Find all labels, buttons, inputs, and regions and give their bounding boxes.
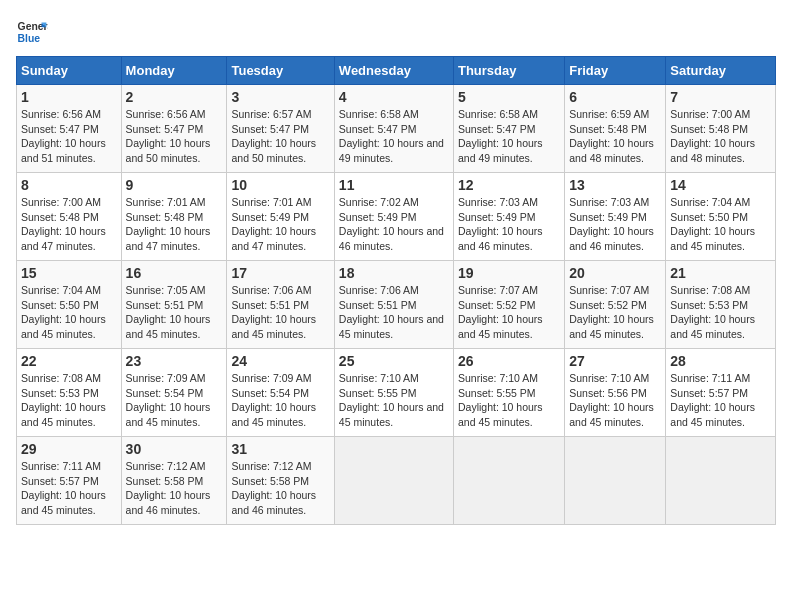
day-info: Sunrise: 7:00 AM Sunset: 5:48 PM Dayligh…	[670, 107, 771, 166]
header: General Blue	[16, 16, 776, 48]
calendar-day-cell: 11 Sunrise: 7:02 AM Sunset: 5:49 PM Dayl…	[334, 173, 453, 261]
day-number: 31	[231, 441, 329, 457]
weekday-header-cell: Tuesday	[227, 57, 334, 85]
day-info: Sunrise: 7:10 AM Sunset: 5:56 PM Dayligh…	[569, 371, 661, 430]
day-number: 11	[339, 177, 449, 193]
calendar-day-cell	[334, 437, 453, 525]
weekday-header-cell: Sunday	[17, 57, 122, 85]
calendar-day-cell: 28 Sunrise: 7:11 AM Sunset: 5:57 PM Dayl…	[666, 349, 776, 437]
day-number: 22	[21, 353, 117, 369]
day-number: 16	[126, 265, 223, 281]
calendar-day-cell: 8 Sunrise: 7:00 AM Sunset: 5:48 PM Dayli…	[17, 173, 122, 261]
day-info: Sunrise: 7:03 AM Sunset: 5:49 PM Dayligh…	[458, 195, 560, 254]
calendar-day-cell: 9 Sunrise: 7:01 AM Sunset: 5:48 PM Dayli…	[121, 173, 227, 261]
day-number: 7	[670, 89, 771, 105]
calendar-day-cell: 29 Sunrise: 7:11 AM Sunset: 5:57 PM Dayl…	[17, 437, 122, 525]
calendar-day-cell: 3 Sunrise: 6:57 AM Sunset: 5:47 PM Dayli…	[227, 85, 334, 173]
day-info: Sunrise: 7:01 AM Sunset: 5:49 PM Dayligh…	[231, 195, 329, 254]
calendar-week-row: 22 Sunrise: 7:08 AM Sunset: 5:53 PM Dayl…	[17, 349, 776, 437]
day-number: 3	[231, 89, 329, 105]
calendar-day-cell: 14 Sunrise: 7:04 AM Sunset: 5:50 PM Dayl…	[666, 173, 776, 261]
day-number: 13	[569, 177, 661, 193]
calendar-week-row: 29 Sunrise: 7:11 AM Sunset: 5:57 PM Dayl…	[17, 437, 776, 525]
day-info: Sunrise: 7:12 AM Sunset: 5:58 PM Dayligh…	[231, 459, 329, 518]
day-info: Sunrise: 7:07 AM Sunset: 5:52 PM Dayligh…	[458, 283, 560, 342]
day-number: 8	[21, 177, 117, 193]
day-number: 4	[339, 89, 449, 105]
calendar-day-cell: 7 Sunrise: 7:00 AM Sunset: 5:48 PM Dayli…	[666, 85, 776, 173]
day-info: Sunrise: 7:00 AM Sunset: 5:48 PM Dayligh…	[21, 195, 117, 254]
calendar-day-cell: 25 Sunrise: 7:10 AM Sunset: 5:55 PM Dayl…	[334, 349, 453, 437]
day-info: Sunrise: 6:57 AM Sunset: 5:47 PM Dayligh…	[231, 107, 329, 166]
day-number: 12	[458, 177, 560, 193]
day-info: Sunrise: 7:11 AM Sunset: 5:57 PM Dayligh…	[670, 371, 771, 430]
day-info: Sunrise: 7:01 AM Sunset: 5:48 PM Dayligh…	[126, 195, 223, 254]
day-info: Sunrise: 7:04 AM Sunset: 5:50 PM Dayligh…	[670, 195, 771, 254]
day-info: Sunrise: 6:58 AM Sunset: 5:47 PM Dayligh…	[458, 107, 560, 166]
day-number: 18	[339, 265, 449, 281]
day-info: Sunrise: 7:06 AM Sunset: 5:51 PM Dayligh…	[231, 283, 329, 342]
day-number: 2	[126, 89, 223, 105]
day-number: 27	[569, 353, 661, 369]
day-number: 26	[458, 353, 560, 369]
calendar-day-cell: 22 Sunrise: 7:08 AM Sunset: 5:53 PM Dayl…	[17, 349, 122, 437]
weekday-header: SundayMondayTuesdayWednesdayThursdayFrid…	[17, 57, 776, 85]
weekday-header-cell: Friday	[565, 57, 666, 85]
calendar-day-cell: 15 Sunrise: 7:04 AM Sunset: 5:50 PM Dayl…	[17, 261, 122, 349]
day-number: 28	[670, 353, 771, 369]
day-number: 10	[231, 177, 329, 193]
calendar-day-cell: 21 Sunrise: 7:08 AM Sunset: 5:53 PM Dayl…	[666, 261, 776, 349]
calendar-week-row: 1 Sunrise: 6:56 AM Sunset: 5:47 PM Dayli…	[17, 85, 776, 173]
calendar-day-cell: 4 Sunrise: 6:58 AM Sunset: 5:47 PM Dayli…	[334, 85, 453, 173]
day-info: Sunrise: 7:09 AM Sunset: 5:54 PM Dayligh…	[126, 371, 223, 430]
day-info: Sunrise: 7:08 AM Sunset: 5:53 PM Dayligh…	[670, 283, 771, 342]
calendar-day-cell: 18 Sunrise: 7:06 AM Sunset: 5:51 PM Dayl…	[334, 261, 453, 349]
day-info: Sunrise: 7:08 AM Sunset: 5:53 PM Dayligh…	[21, 371, 117, 430]
calendar-day-cell: 16 Sunrise: 7:05 AM Sunset: 5:51 PM Dayl…	[121, 261, 227, 349]
day-info: Sunrise: 6:58 AM Sunset: 5:47 PM Dayligh…	[339, 107, 449, 166]
calendar-day-cell	[565, 437, 666, 525]
calendar-day-cell: 2 Sunrise: 6:56 AM Sunset: 5:47 PM Dayli…	[121, 85, 227, 173]
day-number: 6	[569, 89, 661, 105]
day-info: Sunrise: 7:07 AM Sunset: 5:52 PM Dayligh…	[569, 283, 661, 342]
day-info: Sunrise: 7:10 AM Sunset: 5:55 PM Dayligh…	[339, 371, 449, 430]
calendar-table: SundayMondayTuesdayWednesdayThursdayFrid…	[16, 56, 776, 525]
day-number: 15	[21, 265, 117, 281]
day-info: Sunrise: 7:04 AM Sunset: 5:50 PM Dayligh…	[21, 283, 117, 342]
calendar-day-cell	[666, 437, 776, 525]
calendar-day-cell: 6 Sunrise: 6:59 AM Sunset: 5:48 PM Dayli…	[565, 85, 666, 173]
calendar-day-cell: 31 Sunrise: 7:12 AM Sunset: 5:58 PM Dayl…	[227, 437, 334, 525]
weekday-header-cell: Monday	[121, 57, 227, 85]
weekday-header-cell: Wednesday	[334, 57, 453, 85]
day-number: 17	[231, 265, 329, 281]
calendar-day-cell: 10 Sunrise: 7:01 AM Sunset: 5:49 PM Dayl…	[227, 173, 334, 261]
calendar-day-cell: 12 Sunrise: 7:03 AM Sunset: 5:49 PM Dayl…	[453, 173, 564, 261]
calendar-day-cell: 27 Sunrise: 7:10 AM Sunset: 5:56 PM Dayl…	[565, 349, 666, 437]
day-number: 19	[458, 265, 560, 281]
calendar-day-cell: 1 Sunrise: 6:56 AM Sunset: 5:47 PM Dayli…	[17, 85, 122, 173]
day-number: 1	[21, 89, 117, 105]
day-info: Sunrise: 7:11 AM Sunset: 5:57 PM Dayligh…	[21, 459, 117, 518]
calendar-day-cell: 30 Sunrise: 7:12 AM Sunset: 5:58 PM Dayl…	[121, 437, 227, 525]
calendar-day-cell: 13 Sunrise: 7:03 AM Sunset: 5:49 PM Dayl…	[565, 173, 666, 261]
calendar-day-cell: 19 Sunrise: 7:07 AM Sunset: 5:52 PM Dayl…	[453, 261, 564, 349]
day-info: Sunrise: 7:06 AM Sunset: 5:51 PM Dayligh…	[339, 283, 449, 342]
logo: General Blue	[16, 16, 48, 48]
day-number: 24	[231, 353, 329, 369]
logo-icon: General Blue	[16, 16, 48, 48]
calendar-day-cell: 5 Sunrise: 6:58 AM Sunset: 5:47 PM Dayli…	[453, 85, 564, 173]
day-info: Sunrise: 6:56 AM Sunset: 5:47 PM Dayligh…	[126, 107, 223, 166]
calendar-day-cell: 26 Sunrise: 7:10 AM Sunset: 5:55 PM Dayl…	[453, 349, 564, 437]
day-number: 23	[126, 353, 223, 369]
day-number: 25	[339, 353, 449, 369]
day-info: Sunrise: 7:05 AM Sunset: 5:51 PM Dayligh…	[126, 283, 223, 342]
weekday-header-cell: Saturday	[666, 57, 776, 85]
day-number: 21	[670, 265, 771, 281]
day-info: Sunrise: 6:59 AM Sunset: 5:48 PM Dayligh…	[569, 107, 661, 166]
day-info: Sunrise: 7:09 AM Sunset: 5:54 PM Dayligh…	[231, 371, 329, 430]
calendar-body: 1 Sunrise: 6:56 AM Sunset: 5:47 PM Dayli…	[17, 85, 776, 525]
day-number: 5	[458, 89, 560, 105]
day-info: Sunrise: 6:56 AM Sunset: 5:47 PM Dayligh…	[21, 107, 117, 166]
day-number: 30	[126, 441, 223, 457]
day-info: Sunrise: 7:12 AM Sunset: 5:58 PM Dayligh…	[126, 459, 223, 518]
